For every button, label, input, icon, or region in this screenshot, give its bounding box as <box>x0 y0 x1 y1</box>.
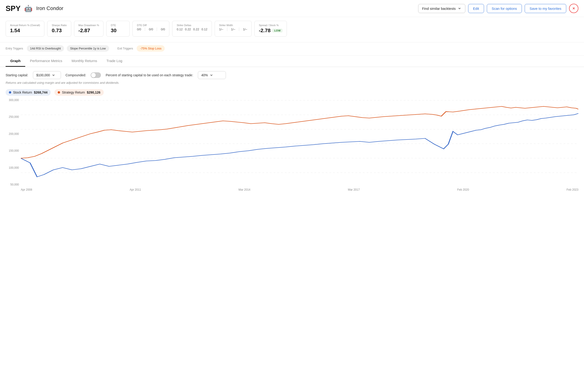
dte-value: 30 <box>111 28 125 34</box>
compounded-toggle[interactable] <box>91 72 101 78</box>
tabs-row: Graph Performance Metrics Monthly Return… <box>0 56 584 67</box>
ticker-label: SPY <box>6 4 21 13</box>
dte-diff-card: DTE Diff 0/0 0/0 0/0 <box>132 21 169 37</box>
sharpe-label: Sharpe Ratio <box>52 24 67 26</box>
strike-width-values: 1/– 1/– 1/– <box>219 28 247 31</box>
exit-trigger-0: -75% Stop Loss <box>137 45 165 52</box>
y-label-50: 50,000 <box>10 183 19 186</box>
close-button[interactable]: × <box>569 4 578 13</box>
strike-width-card: Strike Width 1/– 1/– 1/– <box>215 21 251 37</box>
dte-diff-1: 0/0 <box>149 28 153 31</box>
stock-return-legend: Stock Return $268,744 <box>6 89 51 96</box>
capital-select[interactable]: $100,000 <box>33 71 61 79</box>
metrics-row: Annual Return % (Overall) 1.54 Sharpe Ra… <box>0 17 584 42</box>
drawdown-card: Max Drawdown % -2.87 <box>74 21 104 37</box>
strategy-return-value: $290,126 <box>87 90 100 94</box>
spread-stock-values: -2.78 LOW <box>259 28 282 34</box>
sd-0: 0.12 <box>177 28 182 31</box>
annual-return-value: 1.54 <box>10 28 40 34</box>
spread-stock-label: Spread / Stock % <box>259 24 282 26</box>
header: SPY 🤖 Iron Condor Find similar backtests… <box>0 0 584 17</box>
strike-deltas-values: 0.12 0.22 0.22 0.12 <box>177 28 207 31</box>
x-label-1: Apr 2011 <box>130 188 141 191</box>
sw-1: 1/– <box>231 28 235 31</box>
tab-graph[interactable]: Graph <box>6 56 25 67</box>
tab-trade-log[interactable]: Trade Log <box>102 56 127 67</box>
favorite-button[interactable]: Save to my favorites <box>525 4 566 13</box>
spread-value: -2.78 <box>259 28 270 34</box>
chart-svg <box>21 98 578 186</box>
legend-row: Stock Return $268,744 Strategy Return $2… <box>0 87 584 98</box>
dte-card: DTE 30 <box>106 21 130 37</box>
scan-button[interactable]: Scan for options <box>487 4 522 13</box>
drawdown-value: -2.87 <box>79 28 99 34</box>
stock-return-label: Stock Return <box>13 90 32 94</box>
annual-return-card: Annual Return % (Overall) 1.54 <box>6 21 44 37</box>
entry-trigger-0: 14d RSI is Overbought <box>27 45 64 52</box>
find-similar-dropdown[interactable]: Find similar backtests <box>418 4 465 13</box>
strike-deltas-label: Strike Deltas <box>177 24 207 26</box>
tab-monthly-returns[interactable]: Monthly Returns <box>67 56 102 67</box>
dte-diff-values: 0/0 0/0 0/0 <box>137 28 165 31</box>
entry-triggers-label: Entry Triggers <box>6 47 23 50</box>
sw-0: 1/– <box>219 28 223 31</box>
dte-diff-label: DTE Diff <box>137 24 165 26</box>
header-actions: Find similar backtests Edit Scan for opt… <box>418 4 578 13</box>
y-label-150: 150,000 <box>9 149 19 152</box>
stock-return-value: $268,744 <box>34 90 48 94</box>
sharpe-card: Sharpe Ratio 0.73 <box>47 21 71 37</box>
strategy-icon: 🤖 <box>24 5 33 12</box>
stock-line <box>21 114 578 177</box>
y-label-300: 300,000 <box>9 98 19 102</box>
percent-select[interactable]: 40% <box>198 71 226 79</box>
compounded-label: Compounded: <box>66 73 86 77</box>
dte-label: DTE <box>111 24 125 26</box>
strategy-name: Iron Condor <box>36 5 63 12</box>
controls-row: Starting capital: $100,000 Compounded: P… <box>0 67 584 80</box>
drawdown-label: Max Drawdown % <box>79 24 99 26</box>
toggle-track[interactable] <box>91 72 101 78</box>
returns-note: Returns are calculated using margin and … <box>0 80 584 87</box>
exit-triggers-label: Exit Triggers <box>118 47 133 50</box>
sd-3: 0.12 <box>201 28 207 31</box>
percent-label: Percent of starting capital to be used o… <box>106 73 193 77</box>
x-label-0: Apr 2008 <box>21 188 32 191</box>
edit-button[interactable]: Edit <box>468 4 484 13</box>
strategy-return-label: Strategy Return <box>62 90 85 94</box>
capital-label: Starting capital: <box>6 73 28 77</box>
strategy-dot <box>58 91 60 94</box>
tab-performance-metrics[interactable]: Performance Metrics <box>25 56 67 67</box>
x-label-2: Mar 2014 <box>238 188 250 191</box>
x-label-5: Feb 2023 <box>566 188 578 191</box>
y-label-200: 200,000 <box>9 132 19 136</box>
spread-stock-card: Spread / Stock % -2.78 LOW <box>254 21 287 37</box>
chart-area: 300,000 250,000 200,000 150,000 100,000 … <box>0 98 584 201</box>
strategy-return-legend: Strategy Return $290,126 <box>55 89 104 96</box>
dte-diff-0: 0/0 <box>137 28 141 31</box>
sw-2: 1/– <box>243 28 247 31</box>
triggers-row: Entry Triggers 14d RSI is Overbought Slo… <box>0 42 584 56</box>
x-label-3: Mar 2017 <box>348 188 360 191</box>
y-label-250: 250,000 <box>9 115 19 118</box>
strike-width-label: Strike Width <box>219 24 247 26</box>
strike-deltas-card: Strike Deltas 0.12 0.22 0.22 0.12 <box>172 21 212 37</box>
sd-1: 0.22 <box>185 28 191 31</box>
annual-return-label: Annual Return % (Overall) <box>10 24 40 26</box>
sd-2: 0.22 <box>193 28 199 31</box>
low-badge: LOW <box>272 29 282 32</box>
x-label-4: Feb 2020 <box>457 188 469 191</box>
entry-trigger-1: Slope Percentile 1y is Low <box>67 45 109 52</box>
dte-diff-2: 0/0 <box>161 28 165 31</box>
toggle-knob <box>91 73 96 78</box>
y-label-100: 100,000 <box>9 166 19 170</box>
strategy-line <box>21 106 578 158</box>
stock-dot <box>9 91 11 94</box>
sharpe-value: 0.73 <box>52 28 67 34</box>
